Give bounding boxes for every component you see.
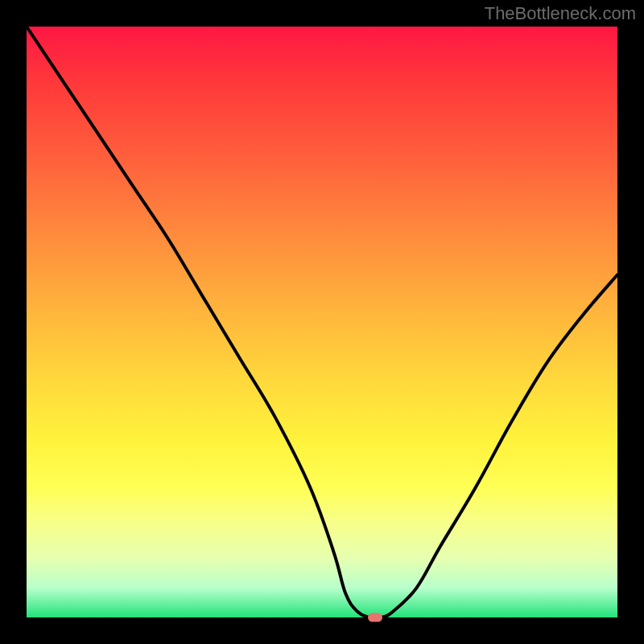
bottleneck-curve [27,27,617,617]
curve-svg [27,27,617,617]
chart-container: TheBottleneck.com [0,0,644,644]
watermark-text: TheBottleneck.com [485,3,636,24]
optimal-point-marker [368,613,382,622]
plot-area [27,27,617,617]
